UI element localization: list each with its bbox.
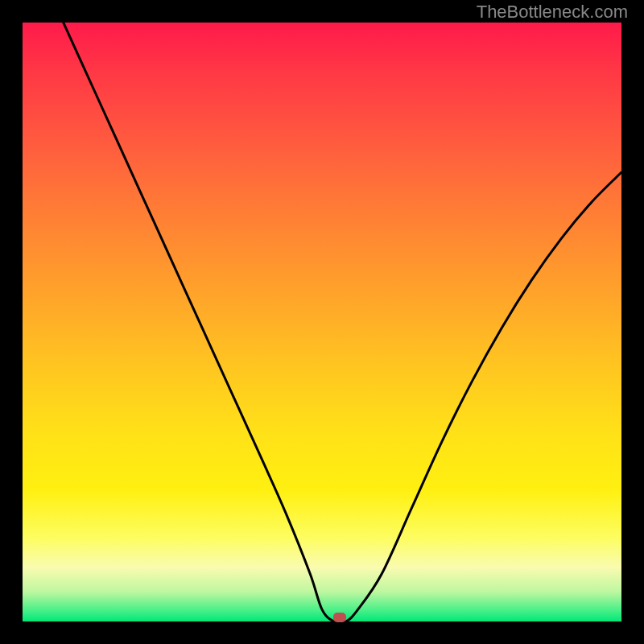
chart-container: TheBottleneck.com — [0, 0, 644, 644]
curve-path — [23, 23, 621, 621]
watermark-text: TheBottleneck.com — [477, 2, 628, 23]
plot-area — [23, 23, 621, 621]
curve-svg — [23, 23, 621, 621]
vertex-marker — [333, 613, 346, 622]
